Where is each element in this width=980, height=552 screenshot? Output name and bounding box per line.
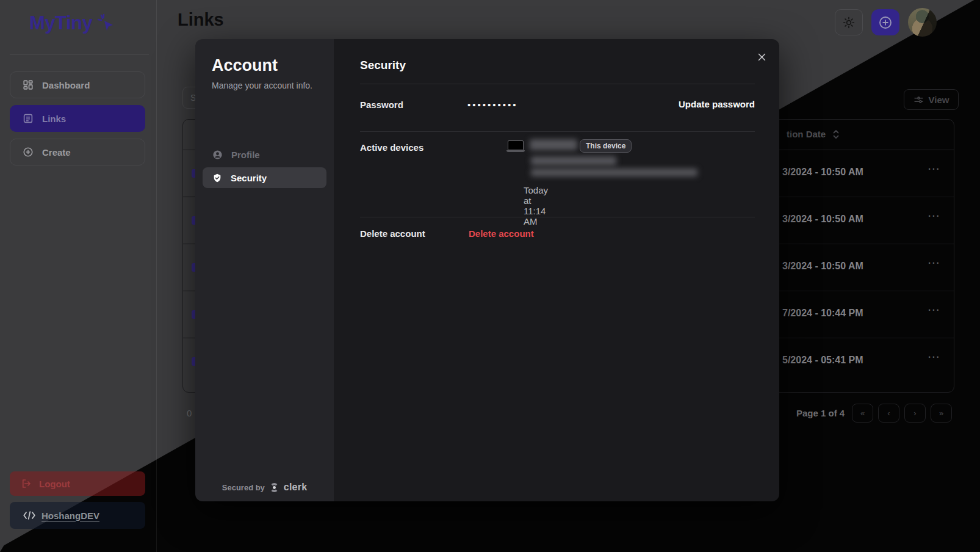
- app-logo[interactable]: MyTiny: [29, 12, 117, 34]
- user-icon: [212, 150, 223, 160]
- dashboard-grid-icon: [23, 79, 34, 90]
- laptop-icon: [506, 140, 525, 152]
- sort-icon[interactable]: [832, 129, 840, 139]
- sun-icon: [843, 16, 855, 29]
- page-title: Links: [178, 10, 224, 30]
- logout-label: Logout: [39, 479, 70, 489]
- theme-toggle-button[interactable]: [835, 9, 863, 35]
- row-menu-button[interactable]: ⋯: [928, 302, 940, 317]
- delete-account-button[interactable]: Delete account: [469, 228, 534, 239]
- pagination-label: Page 1 of 4: [796, 408, 845, 418]
- device-timestamp: Today at 11:14 AM: [524, 185, 548, 227]
- modal-nav-label: Security: [231, 173, 267, 183]
- clerk-brand-label: clerk: [284, 482, 307, 493]
- shield-check-icon: [212, 173, 222, 183]
- creation-date-cell: 7/2024 - 10:44 PM: [782, 308, 863, 319]
- modal-subtitle: Manage your account info.: [212, 81, 334, 90]
- cursor-sparkle-icon: [96, 13, 117, 34]
- plus-circle-icon: [23, 147, 34, 158]
- view-label: View: [929, 95, 949, 105]
- creation-date-cell: 3/2024 - 10:50 AM: [782, 214, 863, 225]
- sidebar-item-dashboard[interactable]: Dashboard: [10, 71, 145, 98]
- app-window: MyTiny Dashboard: [0, 0, 980, 552]
- logout-icon: [21, 478, 32, 489]
- github-user-row[interactable]: HoshangDEV: [10, 502, 145, 529]
- row-menu-button[interactable]: ⋯: [928, 255, 940, 270]
- modal-nav: Profile Security: [203, 144, 326, 191]
- modal-nav-security[interactable]: Security: [203, 167, 326, 188]
- selected-rows-count: 0: [187, 408, 192, 418]
- avatar[interactable]: [908, 8, 937, 37]
- creation-date-column-header[interactable]: tion Date: [787, 129, 826, 139]
- sidebar-divider: [10, 54, 149, 55]
- creation-date-cell: 5/2024 - 05:41 PM: [782, 355, 863, 366]
- divider: [360, 217, 755, 217]
- creation-date-cell: 3/2024 - 10:50 AM: [782, 167, 863, 178]
- pagination-first-button[interactable]: «: [852, 404, 873, 423]
- links-list-icon: [23, 113, 34, 124]
- chevron-left-icon: ‹: [887, 409, 890, 418]
- modal-sidebar: Account Manage your account info. Profil…: [195, 39, 334, 501]
- password-label: Password: [360, 100, 403, 110]
- logout-button[interactable]: Logout: [10, 471, 145, 496]
- update-password-button[interactable]: Update password: [679, 99, 755, 109]
- sidebar-item-label: Create: [42, 147, 71, 158]
- sidebar: MyTiny Dashboard: [0, 0, 157, 552]
- modal-nav-label: Profile: [231, 150, 260, 160]
- row-menu-button[interactable]: ⋯: [928, 161, 940, 176]
- chevron-right-icon: ›: [913, 409, 916, 418]
- panel-title: Security: [360, 59, 406, 72]
- modal-title: Account: [212, 56, 334, 75]
- masked-password: ••••••••••: [467, 100, 518, 110]
- device-browser-redacted: [531, 156, 616, 165]
- clerk-footer[interactable]: Secured by clerk: [195, 482, 334, 493]
- row-menu-button[interactable]: ⋯: [928, 208, 940, 223]
- sliders-icon: [913, 95, 924, 105]
- device-ip-redacted: [531, 169, 697, 176]
- modal-nav-profile[interactable]: Profile: [203, 144, 326, 165]
- new-link-button[interactable]: [871, 9, 899, 35]
- sidebar-item-label: Links: [42, 114, 66, 124]
- divider: [360, 131, 755, 132]
- plus-circle-icon: [878, 15, 893, 30]
- active-devices-label: Active devices: [360, 142, 423, 153]
- secured-by-label: Secured by: [222, 483, 265, 492]
- username-link[interactable]: HoshangDEV: [41, 510, 99, 521]
- code-icon: [23, 510, 35, 520]
- creation-date-cell: 3/2024 - 10:50 AM: [782, 261, 863, 272]
- chevrons-left-icon: «: [860, 409, 865, 418]
- row-menu-button[interactable]: ⋯: [928, 349, 940, 364]
- logo-text: MyTiny: [29, 12, 92, 34]
- delete-account-label: Delete account: [360, 228, 425, 239]
- this-device-badge: This device: [580, 139, 632, 153]
- pagination-next-button[interactable]: ›: [904, 404, 926, 423]
- sidebar-item-label: Dashboard: [42, 80, 90, 90]
- clerk-logo-icon: [269, 482, 279, 493]
- modal-content: Security Password •••••••••• Update pass…: [334, 39, 779, 501]
- chevrons-right-icon: »: [939, 409, 943, 418]
- view-button[interactable]: View: [904, 89, 959, 110]
- pagination-prev-button[interactable]: ‹: [878, 404, 899, 423]
- pagination-last-button[interactable]: »: [931, 404, 952, 423]
- close-icon[interactable]: [754, 49, 769, 65]
- device-name-redacted: [530, 139, 577, 150]
- sidebar-item-links[interactable]: Links: [10, 105, 145, 132]
- sidebar-item-create[interactable]: Create: [10, 139, 145, 165]
- account-modal: Account Manage your account info. Profil…: [195, 39, 779, 501]
- divider: [360, 84, 755, 84]
